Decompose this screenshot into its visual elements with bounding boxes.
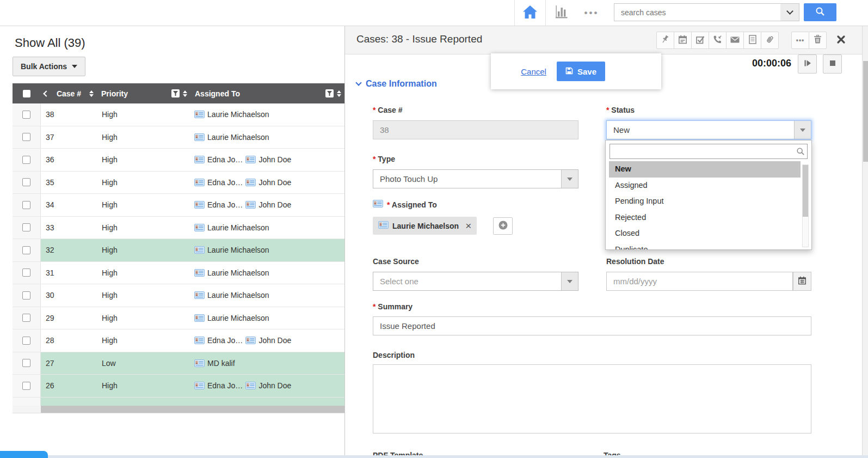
status-option[interactable]: Pending Input	[609, 193, 801, 210]
filter-icon[interactable]	[171, 89, 180, 97]
case-number-cell[interactable]: 28	[41, 329, 97, 352]
footer-shortcuts-tab[interactable]	[0, 451, 48, 458]
close-drawer-button[interactable]	[833, 33, 848, 48]
remove-assignee-icon[interactable]: ×	[465, 221, 471, 231]
assignee-link[interactable]: Laurie Michaelson	[194, 314, 269, 322]
status-option[interactable]: Assigned	[609, 178, 801, 194]
delete-button[interactable]	[809, 32, 827, 49]
section-case-information[interactable]: Case Information	[356, 79, 437, 89]
assignee-link[interactable]: Laurie Michaelson	[194, 133, 269, 142]
row-checkbox[interactable]	[22, 223, 30, 231]
pin-button[interactable]	[656, 32, 674, 49]
row-checkbox[interactable]	[22, 314, 30, 322]
case-number-cell[interactable]: 33	[41, 217, 97, 239]
assignee-link[interactable]: Laurie Michaelson	[194, 110, 269, 119]
select-toggle[interactable]	[561, 170, 578, 188]
row-checkbox[interactable]	[22, 382, 30, 390]
status-option[interactable]: Closed	[609, 225, 801, 242]
table-row[interactable]: 35HighEdna Jo…John Doe	[13, 172, 344, 194]
select-toggle[interactable]	[794, 121, 811, 139]
save-button[interactable]: Save	[557, 62, 605, 81]
search-button[interactable]	[804, 3, 836, 21]
case-number-cell[interactable]: 29	[41, 307, 97, 329]
row-checkbox[interactable]	[22, 337, 30, 345]
case-number-cell[interactable]: 36	[41, 149, 97, 171]
assignee-link[interactable]: Laurie Michaelson	[194, 291, 269, 300]
row-checkbox[interactable]	[22, 268, 30, 277]
row-checkbox[interactable]	[22, 156, 30, 164]
column-header-case-number[interactable]: Case #	[41, 83, 97, 103]
add-note-button[interactable]	[743, 32, 761, 49]
cancel-button[interactable]: Cancel	[521, 67, 546, 76]
case-number-cell[interactable]: 38	[41, 103, 97, 126]
table-row[interactable]: 28HighEdna Jo…John Doe	[13, 329, 344, 352]
date-picker-button[interactable]	[793, 272, 811, 291]
assigned-user-chip[interactable]: Laurie Michaelson ×	[373, 217, 477, 235]
case-number-cell[interactable]: 31	[41, 262, 97, 284]
assignee-link[interactable]: Edna Jo…	[194, 200, 243, 209]
row-checkbox[interactable]	[22, 133, 30, 141]
resolution-date-input[interactable]	[606, 272, 793, 291]
reports-button[interactable]	[549, 0, 575, 26]
column-header-priority[interactable]: Priority	[97, 83, 192, 103]
assignee-link[interactable]: John Doe	[245, 178, 291, 187]
case-number-cell[interactable]: 37	[41, 126, 97, 149]
bulk-actions-button[interactable]: Bulk Actions	[13, 57, 85, 76]
row-checkbox[interactable]	[22, 178, 30, 186]
attach-file-button[interactable]	[761, 32, 779, 49]
status-option[interactable]: Duplicate	[609, 242, 801, 251]
table-row[interactable]: 31HighLaurie Michaelson	[13, 262, 344, 285]
assignee-link[interactable]: MD kalif	[194, 359, 235, 368]
table-row[interactable]: 26HighEdna Jo…John Doe	[13, 375, 344, 398]
chevron-left-icon[interactable]	[43, 90, 49, 96]
assignee-link[interactable]: Edna Jo…	[194, 381, 243, 390]
status-option[interactable]: New	[609, 161, 801, 178]
assignee-link[interactable]: John Doe	[245, 336, 291, 345]
table-row[interactable]: 33HighLaurie Michaelson	[13, 217, 344, 240]
assignee-link[interactable]: Edna Jo…	[194, 155, 243, 164]
status-select[interactable]: New	[606, 120, 811, 139]
row-checkbox[interactable]	[22, 246, 30, 254]
sort-icon[interactable]	[89, 90, 94, 97]
search-input[interactable]	[614, 4, 780, 21]
table-row[interactable]: 30HighLaurie Michaelson	[13, 284, 344, 307]
email-button[interactable]	[726, 32, 744, 49]
sort-icon[interactable]	[337, 90, 341, 97]
case-source-select[interactable]: Select one	[373, 272, 578, 291]
table-row[interactable]: 37HighLaurie Michaelson	[13, 126, 344, 149]
assignee-link[interactable]: John Doe	[245, 200, 291, 209]
assignee-link[interactable]: John Doe	[245, 155, 291, 164]
table-row[interactable]: 36HighEdna Jo…John Doe	[13, 149, 344, 172]
row-checkbox[interactable]	[22, 291, 30, 300]
vertical-scrollbar[interactable]	[862, 26, 868, 458]
sort-icon[interactable]	[183, 90, 187, 97]
case-number-cell[interactable]: 32	[41, 239, 97, 261]
table-row[interactable]: 32HighLaurie Michaelson	[13, 239, 344, 262]
type-select[interactable]: Photo Touch Up	[373, 169, 578, 188]
create-task-button[interactable]	[691, 32, 709, 49]
dropdown-search-input[interactable]	[610, 144, 807, 158]
assignee-link[interactable]: Laurie Michaelson	[194, 246, 269, 254]
scrollbar-thumb[interactable]	[863, 61, 868, 162]
table-row[interactable]: 29HighLaurie Michaelson	[13, 307, 344, 330]
row-checkbox[interactable]	[22, 201, 30, 209]
table-row[interactable]: 38HighLaurie Michaelson	[13, 103, 344, 126]
scrollbar-thumb[interactable]	[803, 165, 808, 217]
case-number-cell[interactable]: 34	[41, 194, 97, 216]
dropdown-scrollbar[interactable]	[802, 164, 809, 247]
table-row[interactable]: 34HighEdna Jo…John Doe	[13, 194, 344, 217]
schedule-meeting-button[interactable]	[674, 32, 692, 49]
description-textarea[interactable]	[373, 364, 811, 433]
assignee-link[interactable]: John Doe	[245, 381, 291, 390]
assignee-link[interactable]: Laurie Michaelson	[194, 268, 269, 277]
log-call-button[interactable]	[709, 32, 727, 49]
filter-icon[interactable]	[325, 89, 334, 97]
row-checkbox[interactable]	[22, 111, 30, 119]
assignee-link[interactable]: Laurie Michaelson	[194, 223, 269, 232]
summary-input[interactable]	[373, 316, 811, 335]
add-assignee-button[interactable]	[493, 217, 513, 235]
case-number-cell[interactable]: 27	[41, 352, 97, 375]
row-checkbox[interactable]	[22, 359, 30, 367]
horizontal-scrollbar[interactable]	[13, 406, 344, 413]
case-number-cell[interactable]: 35	[41, 172, 97, 194]
